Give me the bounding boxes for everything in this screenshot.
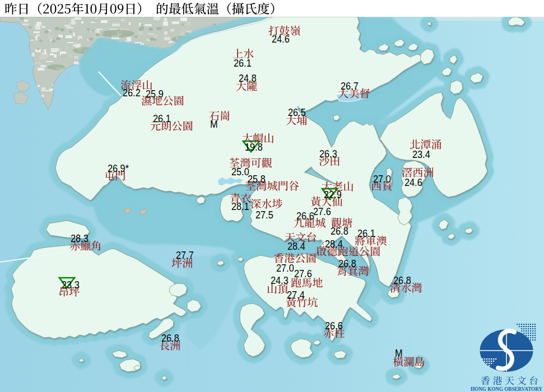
svg-text:HONG KONG OBSERVATORY: HONG KONG OBSERVATORY (471, 385, 542, 392)
svg-text:28.3: 28.3 (71, 232, 89, 244)
svg-text:24.3: 24.3 (271, 274, 289, 286)
svg-text:27.7: 27.7 (176, 249, 194, 261)
svg-text:26.7: 26.7 (341, 80, 359, 92)
svg-text:23.4: 23.4 (412, 148, 430, 160)
svg-text:27.6: 27.6 (313, 206, 331, 217)
svg-text:26.6: 26.6 (325, 320, 343, 332)
svg-text:26.8: 26.8 (331, 225, 348, 237)
svg-text:26.8: 26.8 (161, 332, 179, 344)
svg-text:26.2: 26.2 (123, 87, 141, 99)
svg-text:24.8: 24.8 (239, 72, 257, 84)
svg-text:27.0: 27.0 (276, 262, 294, 274)
svg-text:27.0: 27.0 (373, 173, 391, 185)
svg-text:28.4: 28.4 (287, 240, 305, 252)
svg-text:19.8: 19.8 (245, 141, 263, 153)
svg-text:26.8: 26.8 (338, 258, 356, 269)
svg-text:25.9: 25.9 (146, 88, 164, 100)
svg-text:24.6: 24.6 (272, 33, 290, 45)
svg-text:26.5: 26.5 (288, 106, 306, 118)
svg-text:22.9: 22.9 (324, 189, 342, 200)
svg-text:26.1: 26.1 (153, 113, 171, 124)
svg-text:M: M (395, 347, 403, 359)
svg-text:28.1: 28.1 (231, 200, 249, 212)
svg-text:26.1: 26.1 (234, 57, 252, 69)
svg-text:27.6: 27.6 (294, 268, 312, 279)
svg-text:28.4: 28.4 (325, 238, 343, 250)
svg-text:26.3: 26.3 (319, 148, 337, 160)
svg-text:25.0: 25.0 (231, 166, 249, 178)
svg-text:25.8: 25.8 (248, 173, 266, 185)
svg-text:26.8: 26.8 (393, 274, 411, 286)
svg-text:M: M (210, 118, 218, 130)
svg-text:23.3: 23.3 (62, 279, 80, 291)
svg-text:26.1: 26.1 (357, 227, 375, 239)
svg-text:26.6: 26.6 (296, 210, 314, 222)
svg-text:24.6: 24.6 (404, 176, 422, 188)
svg-text:27.4: 27.4 (287, 289, 305, 301)
svg-text:26.9*: 26.9* (108, 162, 129, 174)
svg-text:27.5: 27.5 (255, 209, 273, 221)
